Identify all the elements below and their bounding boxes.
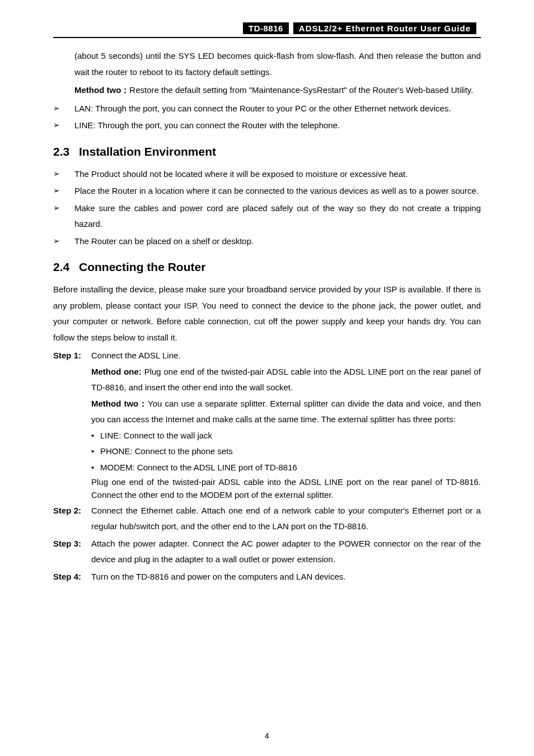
intro-continuation: (about 5 seconds) until the SYS LED beco…	[53, 48, 481, 99]
step-label: Step 3:	[53, 536, 91, 568]
step1-method-one: Method one: Plug one end of the twisted-…	[91, 364, 481, 396]
steps-container: Step 1: Connect the ADSL Line. Method on…	[53, 348, 481, 585]
method-two-text: You can use a separate splitter. Externa…	[91, 399, 481, 424]
page-header: TD-8816 ADSL2/2+ Ethernet Router User Gu…	[53, 22, 481, 38]
step-2: Step 2: Connect the Ethernet cable. Atta…	[53, 503, 481, 535]
step-body: Connect the ADSL Line. Method one: Plug …	[91, 348, 481, 502]
method-two-text: Restore the default setting from "Mainte…	[129, 85, 473, 95]
section-heading-2-4: 2.4Connecting the Router	[53, 260, 481, 274]
intro-bullets: LAN: Through the port, you can connect t…	[53, 101, 481, 134]
step1-lead: Connect the ADSL Line.	[91, 348, 481, 364]
method-one-text: Plug one end of the twisted-pair ADSL ca…	[91, 367, 481, 393]
step-1: Step 1: Connect the ADSL Line. Method on…	[53, 348, 481, 502]
section-title: Installation Environment	[79, 145, 216, 158]
method-two-label: Method two：	[91, 399, 148, 408]
section-title: Connecting the Router	[79, 260, 205, 273]
step-body: Connect the Ethernet cable. Attach one e…	[91, 503, 481, 535]
list-item: PHONE: Connect to the phone sets	[91, 444, 481, 460]
list-item: MODEM: Connect to the ADSL LINE port of …	[91, 460, 481, 476]
section-heading-2-3: 2.3Installation Environment	[53, 145, 481, 158]
intro-method-two: Method two：Restore the default setting f…	[74, 82, 481, 99]
list-item: LAN: Through the port, you can connect t…	[53, 101, 481, 117]
section-2-4-intro: Before installing the device, please mak…	[53, 282, 481, 346]
page-container: TD-8816 ADSL2/2+ Ethernet Router User Gu…	[0, 0, 534, 756]
step-3: Step 3: Attach the power adapter. Connec…	[53, 536, 481, 568]
step1-tail: Plug one end of the twisted-pair ADSL ca…	[91, 475, 481, 502]
step-label: Step 2:	[53, 503, 91, 535]
step-label: Step 4:	[53, 569, 91, 585]
list-item: Make sure the cables and power cord are …	[53, 200, 481, 232]
list-item: Place the Router in a location where it …	[53, 183, 481, 199]
list-item: LINE: Through the port, you can connect …	[53, 118, 481, 134]
intro-pre-text: (about 5 seconds) until the SYS LED beco…	[74, 48, 481, 80]
step-label: Step 1:	[53, 348, 91, 502]
step-body: Attach the power adapter. Connect the AC…	[91, 536, 481, 568]
method-one-label: Method one:	[91, 367, 142, 376]
step-body: Turn on the TD-8816 and power on the com…	[91, 569, 481, 585]
list-item: The Router can be placed on a shelf or d…	[53, 234, 481, 250]
section-number: 2.4	[53, 260, 79, 274]
header-model: TD-8816	[243, 22, 289, 34]
step1-ports: LINE: Connect to the wall jack PHONE: Co…	[91, 428, 481, 476]
step1-method-two: Method two：You can use a separate splitt…	[91, 396, 481, 428]
list-item: LINE: Connect to the wall jack	[91, 428, 481, 444]
section-2-3-bullets: The Product should not be located where …	[53, 166, 481, 250]
section-number: 2.3	[53, 145, 79, 158]
header-title: ADSL2/2+ Ethernet Router User Guide	[293, 22, 476, 34]
list-item: The Product should not be located where …	[53, 166, 481, 183]
method-two-label: Method two：	[74, 85, 129, 95]
page-number: 4	[0, 731, 534, 740]
step-4: Step 4: Turn on the TD-8816 and power on…	[53, 569, 481, 585]
